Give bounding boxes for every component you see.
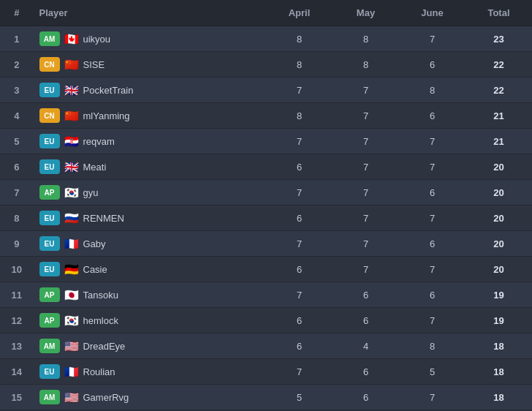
header-april: April	[266, 0, 332, 26]
table-row: 15 AM 🇺🇸 GamerRvg 5 6 7 18	[0, 385, 532, 410]
rank-cell: 6	[0, 154, 34, 180]
table-row: 14 EU 🇫🇷 Roulian 7 6 5 18	[0, 359, 532, 385]
may-score: 7	[332, 206, 399, 231]
april-score: 8	[266, 52, 332, 78]
flag-icon: 🇫🇷	[64, 237, 79, 251]
total-score: 19	[466, 282, 532, 308]
may-score: 7	[332, 180, 399, 206]
player-name: PocketTrain	[83, 85, 134, 96]
june-score: 7	[399, 257, 466, 282]
june-score: 6	[399, 231, 466, 257]
player-cell: AM 🇨🇦 uikyou	[34, 26, 267, 52]
region-badge: AP	[39, 287, 60, 302]
april-score: 7	[266, 282, 332, 308]
rank-cell: 3	[0, 78, 34, 103]
flag-icon: 🇰🇷	[64, 314, 79, 328]
player-cell: AM 🇺🇸 GamerRvg	[34, 385, 267, 410]
june-score: 8	[399, 78, 466, 103]
flag-icon: 🇫🇷	[64, 365, 79, 379]
flag-icon: 🇺🇸	[64, 391, 79, 404]
table-row: 2 CN 🇨🇳 SISE 8 8 6 22	[0, 52, 532, 78]
total-score: 22	[466, 52, 532, 78]
flag-icon: 🇨🇳	[64, 109, 79, 123]
rank-cell: 8	[0, 206, 34, 231]
april-score: 7	[266, 359, 332, 385]
total-score: 20	[466, 206, 532, 231]
header-may: May	[332, 0, 399, 26]
region-badge: AM	[39, 390, 60, 404]
june-score: 8	[399, 333, 466, 359]
region-badge: EU	[39, 211, 60, 225]
april-score: 5	[266, 385, 332, 410]
flag-icon: 🇺🇸	[64, 339, 79, 353]
april-score: 6	[266, 257, 332, 282]
region-badge: EU	[39, 236, 60, 251]
player-cell: AP 🇯🇵 Tansoku	[34, 282, 267, 308]
rank-cell: 12	[0, 308, 34, 333]
table-row: 5 EU 🇭🇷 reqvam 7 7 7 21	[0, 129, 532, 154]
flag-icon: 🇩🇪	[64, 263, 79, 276]
region-badge: EU	[39, 364, 60, 379]
player-name: SISE	[83, 59, 105, 70]
april-score: 6	[266, 206, 332, 231]
flag-icon: 🇭🇷	[64, 135, 79, 148]
player-name: Gaby	[83, 238, 106, 249]
flag-icon: 🇰🇷	[64, 186, 79, 200]
total-score: 20	[466, 154, 532, 180]
region-badge: AP	[39, 313, 60, 328]
region-badge: CN	[39, 57, 60, 72]
player-cell: EU 🇭🇷 reqvam	[34, 129, 267, 154]
june-score: 6	[399, 52, 466, 78]
player-name: reqvam	[83, 136, 115, 147]
region-badge: CN	[39, 108, 60, 123]
table-row: 12 AP 🇰🇷 hemlock 6 6 7 19	[0, 308, 532, 333]
april-score: 7	[266, 129, 332, 154]
rank-cell: 13	[0, 333, 34, 359]
may-score: 8	[332, 26, 399, 52]
april-score: 8	[266, 103, 332, 129]
may-score: 7	[332, 257, 399, 282]
player-name: uikyou	[83, 34, 111, 45]
june-score: 5	[399, 359, 466, 385]
player-cell: EU 🇬🇧 Meati	[34, 154, 267, 180]
flag-icon: 🇨🇦	[64, 32, 79, 46]
june-score: 6	[399, 282, 466, 308]
player-cell: EU 🇫🇷 Roulian	[34, 359, 267, 385]
player-name: DreadEye	[83, 341, 126, 352]
region-badge: AM	[39, 339, 60, 353]
table-row: 10 EU 🇩🇪 Casie 6 7 7 20	[0, 257, 532, 282]
player-cell: EU 🇷🇺 RENMEN	[34, 206, 267, 231]
may-score: 7	[332, 129, 399, 154]
rank-cell: 14	[0, 359, 34, 385]
rank-cell: 7	[0, 180, 34, 206]
may-score: 8	[332, 52, 399, 78]
may-score: 7	[332, 103, 399, 129]
table-row: 9 EU 🇫🇷 Gaby 7 7 6 20	[0, 231, 532, 257]
total-score: 20	[466, 231, 532, 257]
flag-icon: 🇯🇵	[64, 288, 79, 302]
table-row: 3 EU 🇬🇧 PocketTrain 7 7 8 22	[0, 78, 532, 103]
player-cell: AP 🇰🇷 gyu	[34, 180, 267, 206]
rank-cell: 10	[0, 257, 34, 282]
region-badge: AM	[39, 31, 60, 46]
region-badge: EU	[39, 159, 60, 174]
june-score: 6	[399, 103, 466, 129]
header-june: June	[399, 0, 466, 26]
region-badge: EU	[39, 83, 60, 97]
header-rank: #	[0, 0, 34, 26]
total-score: 21	[466, 103, 532, 129]
table-row: 11 AP 🇯🇵 Tansoku 7 6 6 19	[0, 282, 532, 308]
table-row: 6 EU 🇬🇧 Meati 6 7 7 20	[0, 154, 532, 180]
june-score: 7	[399, 308, 466, 333]
may-score: 7	[332, 154, 399, 180]
april-score: 6	[266, 154, 332, 180]
player-name: Casie	[83, 264, 107, 275]
region-badge: EU	[39, 134, 60, 148]
june-score: 7	[399, 154, 466, 180]
april-score: 8	[266, 26, 332, 52]
may-score: 7	[332, 231, 399, 257]
rank-cell: 9	[0, 231, 34, 257]
player-cell: EU 🇫🇷 Gaby	[34, 231, 267, 257]
player-cell: CN 🇨🇳 SISE	[34, 52, 267, 78]
player-name: GamerRvg	[83, 392, 129, 403]
